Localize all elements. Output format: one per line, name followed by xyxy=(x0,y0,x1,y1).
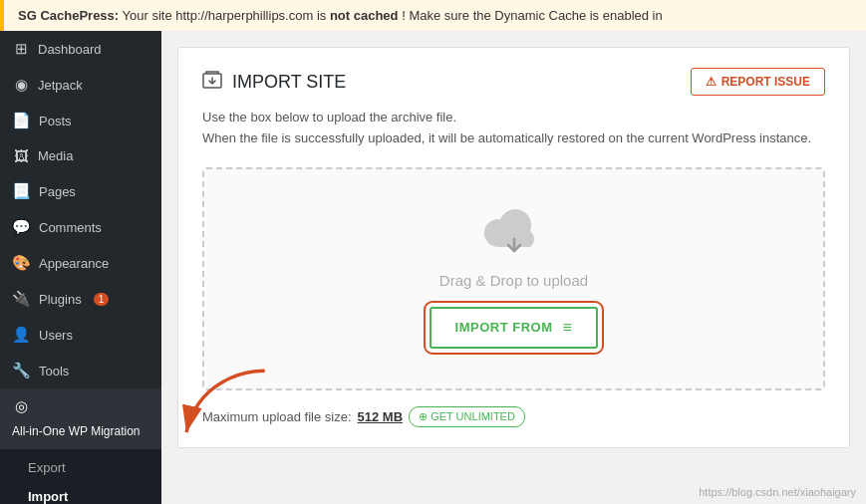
jetpack-icon: ◉ xyxy=(12,76,30,94)
sidebar-item-jetpack[interactable]: ◉ Jetpack xyxy=(0,67,161,103)
posts-icon: 📄 xyxy=(12,112,31,129)
file-size-row: Maximum upload file size: 512 MB ⊕ GET U… xyxy=(202,406,825,427)
sidebar: ⊞ Dashboard ◉ Jetpack 📄 Posts 🖼 Media 📃 … xyxy=(0,31,161,504)
sidebar-item-appearance[interactable]: 🎨 Appearance xyxy=(0,245,161,281)
plugins-icon: 🔌 xyxy=(12,290,31,308)
users-icon: 👤 xyxy=(12,326,31,344)
sidebar-label-dashboard: Dashboard xyxy=(38,42,102,57)
report-btn-label: REPORT ISSUE xyxy=(722,75,810,89)
sidebar-label-allinone: All-in-One WP Migration xyxy=(12,423,140,440)
drop-text: Drag & Drop to upload xyxy=(224,272,803,289)
sidebar-label-media: Media xyxy=(38,148,73,163)
drop-zone[interactable]: Drag & Drop to upload IMPORT FROM ≡ xyxy=(202,167,825,390)
sidebar-item-users[interactable]: 👤 Users xyxy=(0,317,161,353)
warning-icon: ⚠ xyxy=(706,75,717,89)
sidebar-label-posts: Posts xyxy=(39,114,72,128)
desc-line1: Use the box below to upload the archive … xyxy=(202,108,825,128)
sidebar-label-users: Users xyxy=(39,328,73,343)
sidebar-item-posts[interactable]: 📄 Posts xyxy=(0,103,161,138)
comments-icon: 💬 xyxy=(12,218,31,236)
menu-lines-icon: ≡ xyxy=(563,319,573,337)
sidebar-label-tools: Tools xyxy=(39,364,69,378)
pages-icon: 📃 xyxy=(12,182,31,200)
sidebar-sub-export[interactable]: Export xyxy=(0,453,161,482)
desc-line2: When the file is successfully uploaded, … xyxy=(202,128,825,149)
sidebar-label-plugins: Plugins xyxy=(39,292,82,307)
file-size-label: Maximum upload file size: xyxy=(202,409,352,424)
sidebar-item-tools[interactable]: 🔧 Tools xyxy=(0,353,161,388)
sidebar-item-pages[interactable]: 📃 Pages xyxy=(0,173,161,209)
sidebar-item-plugins[interactable]: 🔌 Plugins 1 xyxy=(0,281,161,317)
sidebar-item-comments[interactable]: 💬 Comments xyxy=(0,209,161,245)
card-title-left: IMPORT SITE xyxy=(202,70,346,95)
sidebar-item-media[interactable]: 🖼 Media xyxy=(0,138,161,173)
allinone-icon: ◎ xyxy=(12,397,30,415)
import-from-label: IMPORT FROM xyxy=(455,320,553,335)
import-site-icon xyxy=(202,70,224,95)
report-issue-button[interactable]: ⚠ REPORT ISSUE xyxy=(691,68,825,96)
sidebar-label-pages: Pages xyxy=(39,184,76,199)
export-label: Export xyxy=(28,460,66,475)
content-area: IMPORT SITE ⚠ REPORT ISSUE Use the box b… xyxy=(161,31,866,504)
import-from-button[interactable]: IMPORT FROM ≡ xyxy=(430,307,599,349)
watermark: https://blog.csdn.net/xiaohaigary xyxy=(699,486,856,498)
tools-icon: 🔧 xyxy=(12,362,31,379)
dashboard-icon: ⊞ xyxy=(12,40,30,58)
sidebar-item-allinone[interactable]: ◎ All-in-One WP Migration xyxy=(0,388,161,449)
sidebar-label-jetpack: Jetpack xyxy=(38,78,83,93)
notice-suffix: ! Make sure the Dynamic Cache is enabled… xyxy=(402,8,663,23)
appearance-icon: 🎨 xyxy=(12,254,31,272)
sidebar-item-dashboard[interactable]: ⊞ Dashboard xyxy=(0,31,161,67)
media-icon: 🖼 xyxy=(12,147,30,164)
sidebar-sub-import[interactable]: Import xyxy=(0,482,161,504)
notice-strong: not cached xyxy=(330,8,399,23)
import-card: IMPORT SITE ⚠ REPORT ISSUE Use the box b… xyxy=(177,47,850,448)
page-title: IMPORT SITE xyxy=(232,72,346,93)
get-unlimited-label: ⊕ GET UNLIMITED xyxy=(419,410,515,423)
get-unlimited-button[interactable]: ⊕ GET UNLIMITED xyxy=(409,406,525,427)
file-size-value: 512 MB xyxy=(358,409,404,424)
import-label: Import xyxy=(28,489,68,504)
card-title-row: IMPORT SITE ⚠ REPORT ISSUE xyxy=(202,68,825,96)
sidebar-label-comments: Comments xyxy=(39,220,102,235)
notice-bar: SG CachePress: Your site http://harperph… xyxy=(0,0,866,31)
notice-text: Your site http://harperphillips.com is xyxy=(123,8,330,23)
sidebar-label-appearance: Appearance xyxy=(39,256,109,271)
card-description: Use the box below to upload the archive … xyxy=(202,108,825,149)
plugins-badge: 1 xyxy=(94,293,110,306)
notice-prefix: SG CachePress: xyxy=(18,8,119,23)
cloud-upload-icon xyxy=(224,209,803,262)
